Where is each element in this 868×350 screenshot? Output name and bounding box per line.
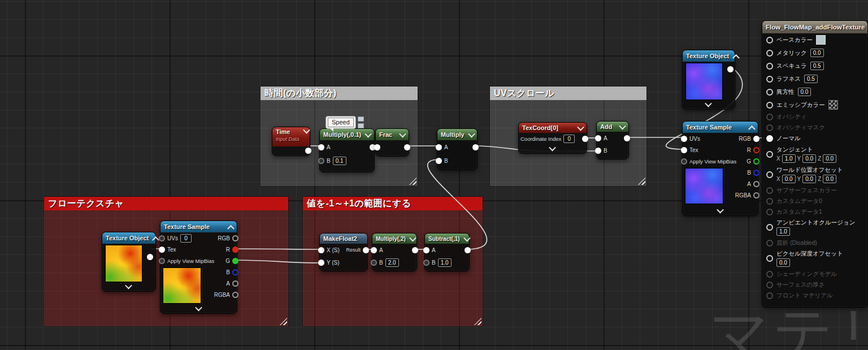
chevron-up-icon[interactable] — [732, 54, 740, 61]
output-pin-rgb[interactable] — [753, 136, 760, 142]
input-pin[interactable] — [766, 76, 773, 83]
input-pin-a[interactable] — [318, 144, 324, 150]
input-pin-a[interactable] — [595, 135, 601, 141]
value-box[interactable]: 0.0 — [810, 49, 824, 57]
chevron-down-icon[interactable] — [409, 234, 416, 241]
chevron-down-icon[interactable] — [717, 206, 724, 214]
input-pin[interactable] — [374, 144, 380, 150]
value-box[interactable]: 0.5 — [804, 75, 818, 83]
input-pin[interactable] — [766, 209, 773, 215]
value-box[interactable]: 0.0 — [802, 154, 816, 163]
node-multiply-01[interactable]: Multiply(,0.1) A B 0.1 — [319, 128, 375, 172]
value-box[interactable]: 0.0 — [823, 154, 836, 163]
value-box[interactable]: 1.0 — [776, 227, 790, 236]
chevron-up-icon[interactable] — [227, 224, 235, 232]
checker-swatch[interactable] — [828, 100, 838, 110]
value-box[interactable]: 0.1 — [333, 157, 346, 165]
output-pin-g[interactable] — [753, 158, 760, 165]
value-box[interactable]: 0 — [563, 135, 575, 143]
value-box[interactable]: 0 — [180, 234, 192, 243]
node-texture-sample-top[interactable]: Texture Sample UVs RGB Tex R Apply Vie — [682, 121, 758, 216]
chevron-down-icon[interactable] — [463, 234, 471, 241]
node-texcoord[interactable]: TexCoord[0] Coordinate Index 0 — [518, 122, 587, 154]
input-pin[interactable] — [766, 187, 773, 194]
node-multiply[interactable]: Multiply A B — [437, 128, 478, 170]
output-pin[interactable] — [305, 148, 311, 154]
value-box[interactable]: 0.5 — [810, 62, 824, 70]
input-pin-uvs[interactable] — [159, 235, 165, 241]
comment-header[interactable]: UVスクロール — [490, 87, 646, 100]
chevron-down-icon[interactable] — [468, 130, 475, 137]
chevron-down-icon[interactable] — [619, 122, 626, 129]
bubble-pin-icon[interactable] — [358, 116, 364, 122]
output-pin[interactable] — [147, 254, 153, 260]
input-pin[interactable] — [766, 89, 773, 96]
chevron-down-icon[interactable] — [549, 144, 556, 152]
output-pin-rgb[interactable] — [232, 235, 238, 241]
chevron-down-icon[interactable] — [705, 100, 712, 107]
input-pin-y[interactable] — [318, 260, 324, 266]
input-pin[interactable] — [766, 224, 773, 231]
output-pin-rgba[interactable] — [753, 192, 760, 198]
value-box[interactable]: 1.0 — [782, 154, 796, 163]
input-pin-b[interactable] — [595, 148, 601, 154]
value-box[interactable]: 0.0 — [776, 258, 790, 267]
node-texture-object-top[interactable]: Texture Object — [682, 50, 735, 110]
chevron-up-icon[interactable] — [748, 125, 756, 132]
output-pin-g[interactable] — [232, 258, 238, 264]
input-pin[interactable] — [766, 282, 773, 288]
input-pin[interactable] — [766, 102, 773, 109]
output-pin[interactable] — [582, 136, 588, 142]
value-box[interactable]: 1.0 — [438, 258, 452, 267]
output-pin[interactable] — [472, 144, 479, 150]
output-pin-a[interactable] — [753, 181, 760, 187]
input-pin[interactable] — [766, 151, 773, 158]
node-texture-object-bottom[interactable]: Texture Object — [102, 232, 156, 292]
input-pin-x[interactable] — [318, 247, 324, 253]
value-box[interactable]: 2.0 — [385, 258, 399, 267]
input-pin-b[interactable] — [371, 260, 377, 266]
node-multiply-2[interactable]: Multiply(,2) A B 2.0 — [372, 233, 417, 271]
material-graph-canvas[interactable]: マテリアル 時間(の小数部分) UVスクロール フローテクスチャ 値を-1～+1… — [0, 0, 868, 350]
input-pin-mipbias[interactable] — [159, 258, 165, 264]
node-frac[interactable]: Frac — [375, 128, 409, 157]
input-pin-tex[interactable] — [159, 247, 165, 253]
value-box[interactable]: 0.0 — [823, 175, 836, 183]
output-pin[interactable] — [412, 247, 418, 253]
input-pin[interactable] — [766, 37, 773, 44]
input-pin-uvs[interactable] — [681, 136, 687, 142]
output-pin-result[interactable] — [363, 247, 369, 253]
chevron-down-icon[interactable] — [399, 130, 406, 137]
bubble-show-icon[interactable] — [358, 123, 364, 128]
node-add[interactable]: Add A B — [596, 121, 629, 159]
input-pin[interactable] — [766, 198, 773, 205]
chevron-down-icon[interactable] — [364, 130, 372, 137]
node-texture-sample-bottom[interactable]: Texture Sample UVs 0 RGB Tex R — [160, 221, 237, 314]
input-pin-tex[interactable] — [681, 147, 687, 153]
color-swatch[interactable] — [816, 35, 826, 45]
chevron-down-icon[interactable] — [577, 123, 584, 131]
input-pin-a[interactable] — [436, 144, 442, 150]
output-pin[interactable] — [404, 144, 410, 150]
input-pin[interactable] — [766, 124, 773, 131]
output-pin[interactable] — [727, 66, 734, 72]
speed-comment-bubble[interactable]: Speed — [326, 116, 364, 129]
output-pin-r[interactable] — [232, 247, 238, 253]
output-pin-a[interactable] — [232, 280, 238, 287]
chevron-down-icon[interactable] — [195, 304, 202, 312]
input-pin[interactable] — [766, 114, 773, 120]
node-makefloat2[interactable]: MakeFloat2 X (S) Result Y (S) — [319, 233, 368, 271]
input-pin[interactable] — [766, 63, 773, 70]
output-pin[interactable] — [624, 135, 630, 141]
output-pin-b[interactable] — [753, 170, 760, 176]
value-box[interactable]: 0.0 — [802, 175, 816, 183]
input-pin-b[interactable] — [318, 158, 324, 164]
input-pin[interactable] — [766, 271, 773, 278]
comment-header[interactable]: 値を-1～+1の範囲にする — [303, 197, 483, 210]
node-subtract-1[interactable]: Subtract(,1) A B 1.0 — [424, 233, 470, 271]
value-box[interactable]: 0.0 — [782, 175, 796, 183]
input-pin-mipbias[interactable] — [681, 158, 687, 165]
input-pin-b[interactable] — [423, 260, 429, 266]
input-pin-a[interactable] — [423, 247, 429, 253]
bubble-text[interactable]: Speed — [328, 118, 354, 127]
